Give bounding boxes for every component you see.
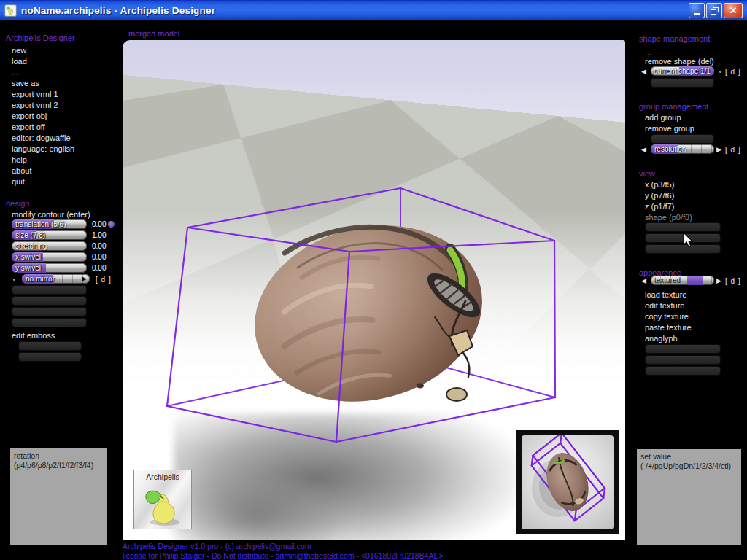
copy-texture-button[interactable]: copy texture: [645, 312, 689, 321]
menu-item-export-vrml-2[interactable]: export vrml 2: [12, 101, 58, 109]
left-panel-header: Archipelis Designer: [6, 34, 75, 42]
viewport-3d[interactable]: Archipelis: [123, 40, 625, 540]
menu-item-help[interactable]: help: [12, 155, 27, 164]
empty-slot: [645, 355, 721, 365]
menu-item-new[interactable]: new: [12, 46, 26, 55]
current-shape-prev-icon[interactable]: ◀: [641, 68, 646, 75]
resolution-default-label[interactable]: [ d ]: [725, 146, 741, 154]
restore-icon: [711, 7, 719, 15]
textured-default-label[interactable]: [ d ]: [725, 277, 741, 285]
translation-slider-label: translation (5/6): [15, 220, 66, 228]
menu-item-dots: ...: [12, 68, 18, 77]
load-texture-button[interactable]: load texture: [645, 290, 686, 299]
view-y-button[interactable]: y (p7/f6): [645, 191, 674, 200]
menu-item-quit[interactable]: quit: [12, 177, 25, 186]
resolution-next-icon[interactable]: ▶: [716, 146, 721, 153]
size-slider[interactable]: size (7/8): [12, 230, 87, 240]
edit-texture-button[interactable]: edit texture: [645, 301, 684, 310]
menu-item-editor[interactable]: editor: dogwaffle: [12, 133, 71, 142]
mirror-next-icon: ▶: [82, 274, 87, 284]
group-management-header: group management: [639, 102, 708, 111]
empty-slot: [645, 366, 721, 376]
set-value-keys: (-/+/pgUp/pgDn/1/2/3/4/ctl): [640, 462, 738, 471]
empty-slot: [651, 78, 714, 88]
current-shape-default-label[interactable]: [ d ]: [725, 68, 741, 76]
empty-slot: [12, 318, 87, 327]
x-swivel-value: 0.00: [92, 253, 106, 261]
menu-item-export-vrml-1[interactable]: export vrml 1: [12, 90, 58, 98]
remove-group-button[interactable]: remove group: [645, 124, 694, 133]
empty-slot: [12, 296, 87, 306]
menu-item-export-obj[interactable]: export obj: [12, 112, 47, 120]
menu-item-about[interactable]: about: [12, 166, 32, 175]
archipelis-logo: Archipelis: [133, 470, 192, 529]
size-slider-label: size (7/8): [15, 231, 45, 239]
stretching-slider-label: stretching: [15, 242, 47, 250]
add-group-button[interactable]: add group: [645, 113, 681, 122]
textured-label: textured: [654, 276, 681, 284]
rotation-keys: (p4/p6/p8/p2/f1/f2/f3/f4): [14, 461, 104, 470]
pear-icon: [134, 481, 191, 528]
current-shape-selector[interactable]: current shape 1/1: [651, 66, 714, 76]
view-z-button[interactable]: z (p1/f7): [645, 202, 674, 211]
empty-slot: [645, 344, 721, 354]
window-title: noName.archipelis - Archipelis Designer: [21, 5, 215, 16]
logo-title: Archipelis: [134, 472, 191, 481]
title-bar[interactable]: noName.archipelis - Archipelis Designer …: [0, 0, 747, 20]
viewport-label: merged model: [128, 29, 179, 38]
resolution-prev-icon[interactable]: ◀: [641, 146, 646, 153]
modify-contour-button[interactable]: modify contour (enter): [12, 210, 90, 219]
minimize-button[interactable]: [689, 3, 705, 18]
rotation-info-box: rotation (p4/p6/p8/p2/f1/f2/f3/f4): [10, 448, 107, 545]
empty-slot: [12, 307, 87, 316]
mirror-dropdown-label: no mirror: [26, 275, 55, 283]
textured-prev-icon[interactable]: ◀: [641, 277, 646, 284]
status-line-1: Archipelis Designer v1.0 pro - (c) archi…: [123, 542, 311, 551]
appearance-dots: ...: [645, 379, 651, 388]
y-swivel-value: 0.00: [92, 264, 106, 272]
textured-next-icon[interactable]: ▶: [716, 277, 721, 284]
menu-item-language[interactable]: language: english: [12, 144, 74, 153]
mirror-dot-icon: [13, 279, 15, 281]
empty-slot: [645, 222, 721, 232]
mirror-default-label[interactable]: [ d ]: [96, 276, 112, 284]
translation-value: 0.00: [92, 220, 106, 228]
set-value-info-box: set value (-/+/pgUp/pgDn/1/2/3/4/ctl): [637, 449, 741, 545]
y-swivel-slider-label: y swivel: [15, 264, 41, 272]
menu-item-export-off[interactable]: export off: [12, 122, 45, 131]
empty-slot: [12, 285, 87, 295]
remove-shape-button[interactable]: remove shape (del): [645, 57, 714, 66]
shape-management-header: shape management: [639, 34, 710, 43]
view-x-button[interactable]: x (p3/f5): [645, 180, 674, 189]
view-header: view: [639, 169, 655, 178]
stretching-slider[interactable]: stretching: [12, 241, 87, 251]
view-shape-button[interactable]: shape (p0/f8): [645, 213, 692, 222]
mouse-cursor: [683, 232, 693, 248]
set-value-title: set value: [640, 452, 738, 462]
edit-emboss-button[interactable]: edit emboss: [12, 331, 55, 340]
close-button[interactable]: ✕: [724, 3, 743, 18]
restore-button[interactable]: [706, 3, 722, 18]
anaglyph-button[interactable]: anaglyph: [645, 334, 678, 343]
textured-selector[interactable]: textured: [651, 276, 714, 285]
empty-slot: [18, 341, 82, 351]
model-thumbnail[interactable]: [516, 430, 619, 534]
main-area: Archipelis Designer new load ... save as…: [0, 20, 747, 560]
paste-texture-button[interactable]: paste texture: [645, 323, 692, 332]
current-shape-dot-icon: [719, 71, 721, 73]
resolution-slider[interactable]: resolution: [651, 144, 714, 154]
x-swivel-slider[interactable]: x swivel: [12, 252, 87, 262]
mirror-dropdown[interactable]: no mirror ▶: [22, 274, 90, 284]
design-header: design: [6, 199, 29, 208]
resolution-label: resolution: [654, 145, 686, 153]
translation-slider[interactable]: translation (5/6): [12, 219, 87, 229]
empty-slot: [651, 134, 714, 144]
stretching-value: 0.00: [92, 242, 106, 250]
menu-item-load[interactable]: load: [12, 57, 27, 66]
app-icon: [4, 4, 17, 17]
menu-item-save-as[interactable]: save as: [12, 79, 39, 88]
translation-dot-icon: [108, 221, 115, 228]
empty-slot: [18, 352, 82, 362]
y-swivel-slider[interactable]: y swivel: [12, 263, 87, 273]
shape-dots: ...: [645, 47, 651, 56]
